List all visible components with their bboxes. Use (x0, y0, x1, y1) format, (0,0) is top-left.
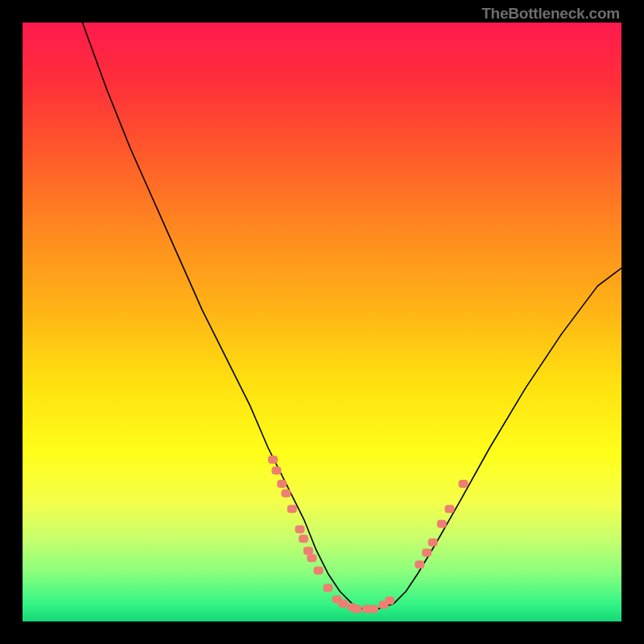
highlight-dot (303, 547, 313, 555)
highlight-dot (422, 548, 431, 556)
highlight-dot (352, 605, 361, 613)
highlight-dot (268, 456, 278, 464)
highlight-dot (281, 489, 291, 497)
highlight-dot (287, 505, 297, 513)
highlight-dot (295, 525, 304, 533)
highlight-dot (307, 554, 316, 562)
highlight-dots-left (268, 456, 324, 575)
highlight-dot (444, 505, 454, 513)
chart-svg (23, 23, 621, 621)
highlight-dot (277, 480, 287, 488)
bottleneck-curve (82, 23, 621, 609)
highlight-dot (459, 480, 469, 488)
chart-container: TheBottleneck.com (0, 0, 644, 644)
highlight-dots-bottom (323, 584, 394, 613)
highlight-dot (415, 560, 424, 568)
highlight-dot (338, 600, 348, 608)
highlight-dot (428, 539, 438, 547)
highlight-dots-right (415, 480, 468, 568)
highlight-dot (385, 597, 394, 605)
highlight-dot (271, 467, 281, 475)
highlight-dot (314, 567, 324, 575)
highlight-dot (299, 535, 308, 543)
highlight-dot (323, 584, 332, 592)
highlight-dot (369, 605, 378, 613)
watermark-text: TheBottleneck.com (481, 5, 620, 23)
highlight-dot (437, 520, 447, 528)
plot-area (23, 23, 621, 621)
